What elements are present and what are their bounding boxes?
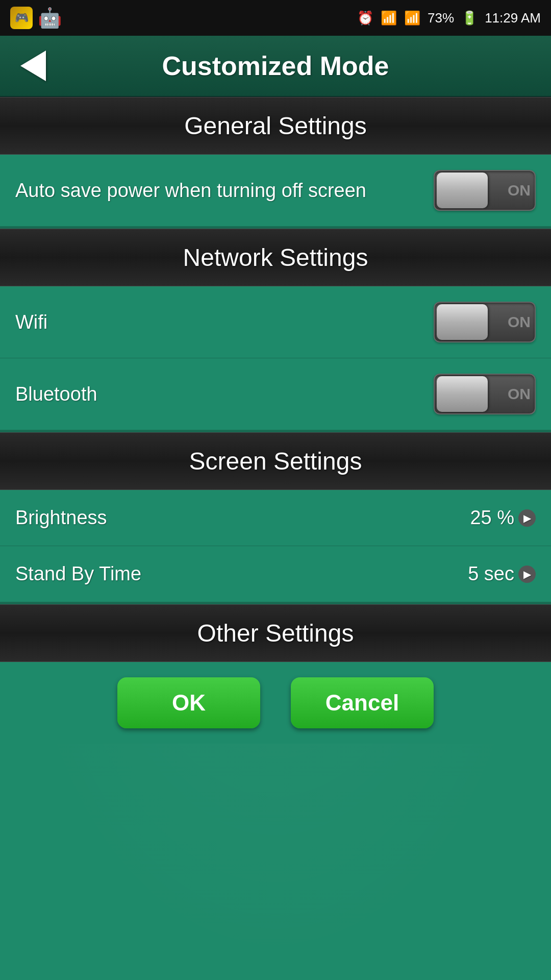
ok-button[interactable]: OK (117, 677, 260, 728)
app-icon: 🎮 (10, 7, 33, 29)
bottom-buttons: OK Cancel (0, 662, 551, 744)
toggle-knob-auto-save (437, 173, 488, 208)
android-icon: 🤖 (38, 7, 62, 29)
standby-time-value: 5 sec (468, 563, 514, 585)
toggle-knob-wifi (437, 304, 488, 340)
status-bar-left: 🎮 🤖 (10, 7, 62, 29)
toggle-on-label-wifi: ON (508, 313, 531, 331)
wifi-label: Wifi (15, 311, 434, 333)
back-button[interactable] (15, 48, 51, 84)
content-area: General Settings Auto save power when tu… (0, 97, 551, 980)
network-settings-header: Network Settings (0, 229, 551, 286)
other-settings-title: Other Settings (197, 620, 354, 647)
toggle-knob-bluetooth (437, 376, 488, 412)
alarm-icon: ⏰ (357, 10, 373, 26)
general-settings-title: General Settings (184, 112, 367, 139)
brightness-value-container: 25 % ▶ (470, 507, 536, 529)
brightness-chevron-icon: ▶ (518, 509, 536, 527)
brightness-value: 25 % (470, 507, 514, 529)
bluetooth-row: Bluetooth OFF ON (0, 358, 551, 430)
battery-icon: 🔋 (461, 10, 478, 26)
clock: 11:29 AM (485, 10, 541, 26)
screen-settings-title: Screen Settings (189, 448, 362, 475)
wifi-row: Wifi OFF ON (0, 286, 551, 358)
toggle-on-label-bluetooth: ON (508, 385, 531, 403)
screen-settings-header: Screen Settings (0, 432, 551, 490)
brightness-label: Brightness (15, 507, 470, 529)
network-settings-title: Network Settings (183, 244, 368, 271)
wifi-icon: 📶 (381, 10, 397, 26)
auto-save-power-toggle[interactable]: OFF ON (434, 170, 536, 211)
status-bar-right: ⏰ 📶 📶 73% 🔋 11:29 AM (357, 10, 541, 26)
header: Customized Mode (0, 36, 551, 97)
standby-chevron-icon: ▶ (518, 566, 536, 583)
back-arrow-icon (20, 51, 46, 81)
status-bar: 🎮 🤖 ⏰ 📶 📶 73% 🔋 11:29 AM (0, 0, 551, 36)
bluetooth-toggle[interactable]: OFF ON (434, 374, 536, 414)
wifi-toggle[interactable]: OFF ON (434, 302, 536, 342)
general-settings-header: General Settings (0, 97, 551, 155)
auto-save-power-row: Auto save power when turning off screen … (0, 155, 551, 227)
other-settings-header: Other Settings (0, 604, 551, 662)
standby-time-label: Stand By Time (15, 563, 468, 585)
auto-save-power-label: Auto save power when turning off screen (15, 180, 434, 202)
signal-icon: 📶 (404, 10, 420, 26)
brightness-row[interactable]: Brightness 25 % ▶ (0, 490, 551, 546)
standby-time-row[interactable]: Stand By Time 5 sec ▶ (0, 546, 551, 602)
page-title: Customized Mode (51, 51, 500, 81)
cancel-button[interactable]: Cancel (291, 677, 434, 728)
bluetooth-label: Bluetooth (15, 383, 434, 405)
toggle-on-label-auto-save: ON (508, 182, 531, 199)
standby-time-value-container: 5 sec ▶ (468, 563, 536, 585)
battery-percent: 73% (428, 10, 454, 26)
